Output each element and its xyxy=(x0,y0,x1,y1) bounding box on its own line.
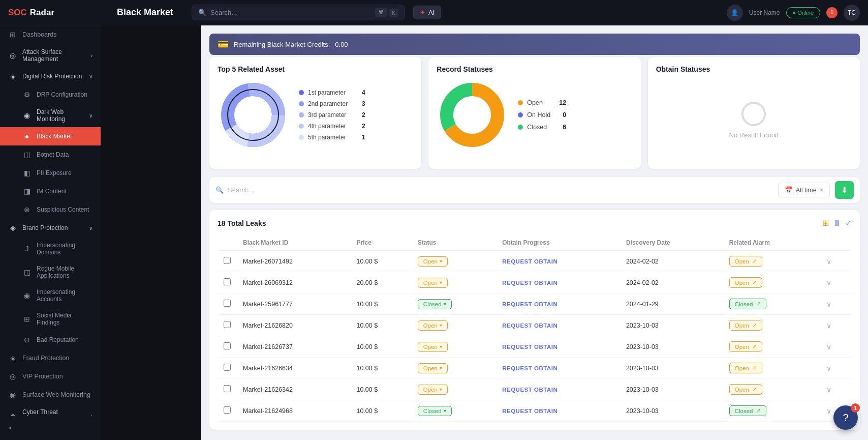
status-chevron-6[interactable]: ▾ xyxy=(440,387,442,392)
obtain-link-7[interactable]: REQUEST OBTAIN xyxy=(502,408,557,414)
status-badge-1[interactable]: Open ▾ xyxy=(418,278,448,288)
status-badge-0[interactable]: Open ▾ xyxy=(418,256,448,267)
ai-button[interactable]: ✦ AI xyxy=(413,6,441,19)
sidebar-item-surface-web[interactable]: ◉ Surface Web Monitoring xyxy=(0,386,101,404)
cell-checkbox-4[interactable] xyxy=(218,336,237,358)
sidebar-item-impersonating-domains[interactable]: J Impersonating Domains xyxy=(0,237,101,260)
sidebar-item-suspicious-content[interactable]: ⊛ Suspicious Content xyxy=(0,200,101,219)
cell-status-3[interactable]: Open ▾ xyxy=(412,315,496,336)
clear-filter-icon[interactable]: × xyxy=(820,187,823,194)
cell-alarm-3[interactable]: Open ↗ xyxy=(723,315,820,336)
obtain-link-1[interactable]: REQUEST OBTAIN xyxy=(502,280,557,286)
grid-view-icon[interactable]: ⊞ xyxy=(822,218,829,228)
cell-expand-2[interactable]: ∨ xyxy=(820,294,852,315)
alarm-ext-icon-4[interactable]: ↗ xyxy=(752,343,757,350)
sidebar-item-drp[interactable]: ◈ Digital Risk Protection ∨ xyxy=(0,67,101,85)
row-checkbox-0[interactable] xyxy=(224,257,231,264)
row-checkbox-2[interactable] xyxy=(224,300,231,307)
table-search[interactable]: 🔍 xyxy=(215,186,773,194)
time-filter[interactable]: 📅 All time × xyxy=(778,183,830,197)
obtain-link-5[interactable]: REQUEST OBTAIN xyxy=(502,365,557,371)
status-chevron-5[interactable]: ▾ xyxy=(440,365,442,371)
search-input[interactable] xyxy=(210,9,371,16)
status-chevron-0[interactable]: ▾ xyxy=(440,258,442,264)
cell-status-5[interactable]: Open ▾ xyxy=(412,358,496,379)
cell-status-1[interactable]: Open ▾ xyxy=(412,272,496,294)
cell-obtain-7[interactable]: REQUEST OBTAIN xyxy=(496,400,620,422)
row-checkbox-1[interactable] xyxy=(224,278,231,285)
cell-expand-6[interactable]: ∨ xyxy=(820,379,852,400)
pause-view-icon[interactable]: ⏸ xyxy=(833,219,841,228)
row-checkbox-5[interactable] xyxy=(224,364,231,371)
sidebar-item-rogue-mobile[interactable]: ◫ Rogue Mobile Applications xyxy=(0,260,101,284)
cell-obtain-4[interactable]: REQUEST OBTAIN xyxy=(496,336,620,358)
obtain-link-2[interactable]: REQUEST OBTAIN xyxy=(502,301,557,307)
sidebar-item-pii-exposure[interactable]: ◧ PII Exposure xyxy=(0,164,101,182)
alarm-badge-4[interactable]: Open ↗ xyxy=(729,341,762,352)
status-chevron-1[interactable]: ▾ xyxy=(440,280,442,285)
alarm-ext-icon-0[interactable]: ↗ xyxy=(752,258,757,265)
table-search-input[interactable] xyxy=(228,186,773,194)
cell-expand-4[interactable]: ∨ xyxy=(820,336,852,358)
alarm-ext-icon-3[interactable]: ↗ xyxy=(752,322,757,329)
row-checkbox-4[interactable] xyxy=(224,342,231,349)
cell-obtain-3[interactable]: REQUEST OBTAIN xyxy=(496,315,620,336)
alarm-ext-icon-6[interactable]: ↗ xyxy=(752,386,757,393)
alarm-badge-2[interactable]: Closed ↗ xyxy=(729,299,766,309)
status-badge-3[interactable]: Open ▾ xyxy=(418,320,448,331)
expand-btn-0[interactable]: ∨ xyxy=(826,257,831,266)
cell-status-0[interactable]: Open ▾ xyxy=(412,251,496,272)
global-search-bar[interactable]: 🔍 ⌘ K xyxy=(192,5,405,20)
expand-btn-7[interactable]: ∨ xyxy=(826,407,831,415)
status-badge-7[interactable]: Closed ▾ xyxy=(418,406,452,416)
cell-checkbox-7[interactable] xyxy=(218,400,237,422)
cell-checkbox-5[interactable] xyxy=(218,358,237,379)
sidebar-item-drp-config[interactable]: ⚙ DRP Configuration xyxy=(0,85,101,104)
sidebar-item-dashboards[interactable]: ⊞ Dashboards xyxy=(0,25,101,44)
alarm-ext-icon-7[interactable]: ↗ xyxy=(756,407,761,414)
cell-obtain-0[interactable]: REQUEST OBTAIN xyxy=(496,251,620,272)
cell-alarm-2[interactable]: Closed ↗ xyxy=(723,294,820,315)
status-badge-2[interactable]: Closed ▾ xyxy=(418,299,452,309)
obtain-link-4[interactable]: REQUEST OBTAIN xyxy=(502,344,557,350)
cell-alarm-5[interactable]: Open ↗ xyxy=(723,358,820,379)
sidebar-item-cti[interactable]: ◈ Cyber Threat Intelligence › xyxy=(0,404,101,416)
cell-alarm-4[interactable]: Open ↗ xyxy=(723,336,820,358)
sidebar-item-attack-surface[interactable]: ◎ Attack Surface Management › xyxy=(0,44,101,67)
cell-expand-3[interactable]: ∨ xyxy=(820,315,852,336)
alarm-badge-7[interactable]: Closed ↗ xyxy=(729,405,766,416)
cell-checkbox-2[interactable] xyxy=(218,294,237,315)
row-checkbox-3[interactable] xyxy=(224,321,231,328)
obtain-link-0[interactable]: REQUEST OBTAIN xyxy=(502,258,557,265)
notifications-button[interactable]: 1 xyxy=(826,7,838,18)
sidebar-item-brand-protection[interactable]: ◈ Brand Protection ∨ xyxy=(0,219,101,237)
status-badge-5[interactable]: Open ▾ xyxy=(418,363,448,373)
user-avatar[interactable]: TC xyxy=(844,5,860,21)
export-button[interactable]: ⬇ xyxy=(835,181,854,199)
expand-btn-3[interactable]: ∨ xyxy=(826,321,831,330)
alarm-ext-icon-2[interactable]: ↗ xyxy=(756,301,761,307)
cell-alarm-7[interactable]: Closed ↗ xyxy=(723,400,820,422)
status-chevron-2[interactable]: ▾ xyxy=(444,301,446,307)
cell-expand-5[interactable]: ∨ xyxy=(820,358,852,379)
cell-alarm-0[interactable]: Open ↗ xyxy=(723,251,820,272)
cell-checkbox-1[interactable] xyxy=(218,272,237,294)
sidebar-item-social-media[interactable]: ⊞ Social Media Findings xyxy=(0,307,101,331)
cell-status-7[interactable]: Closed ▾ xyxy=(412,400,496,422)
expand-btn-5[interactable]: ∨ xyxy=(826,364,831,372)
cell-status-2[interactable]: Closed ▾ xyxy=(412,294,496,315)
status-chevron-3[interactable]: ▾ xyxy=(440,322,442,328)
sidebar-item-fraud-protection[interactable]: ◈ Fraud Protection xyxy=(0,349,101,367)
sidebar-item-dark-web[interactable]: ◉ Dark Web Monitoring ∨ xyxy=(0,104,101,127)
sidebar-item-botnet-data[interactable]: ◫ Botnet Data xyxy=(0,145,101,164)
cell-obtain-1[interactable]: REQUEST OBTAIN xyxy=(496,272,620,294)
alarm-ext-icon-5[interactable]: ↗ xyxy=(752,365,757,371)
expand-btn-4[interactable]: ∨ xyxy=(826,343,831,351)
alarm-badge-0[interactable]: Open ↗ xyxy=(729,256,762,267)
cell-alarm-1[interactable]: Open ↗ xyxy=(723,272,820,294)
cell-status-4[interactable]: Open ▾ xyxy=(412,336,496,358)
expand-btn-6[interactable]: ∨ xyxy=(826,386,831,394)
alarm-badge-5[interactable]: Open ↗ xyxy=(729,363,762,373)
status-badge-4[interactable]: Open ▾ xyxy=(418,342,448,352)
check-view-icon[interactable]: ✓ xyxy=(845,218,852,228)
